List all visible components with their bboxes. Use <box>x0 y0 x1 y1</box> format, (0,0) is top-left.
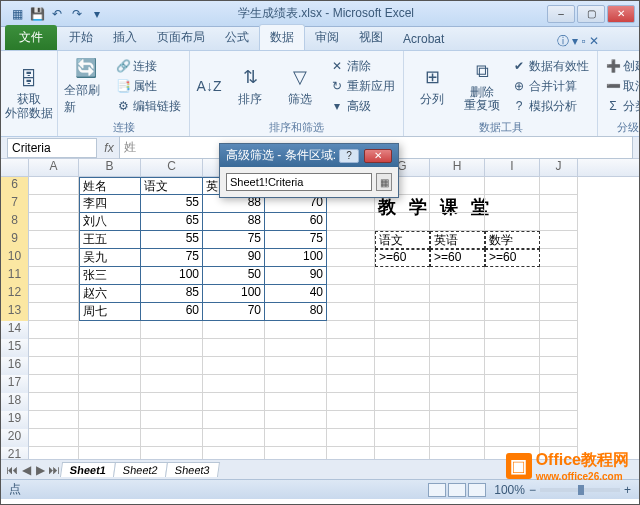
cell[interactable] <box>79 321 141 339</box>
cell[interactable] <box>203 429 265 447</box>
cell[interactable] <box>29 195 79 213</box>
remove-duplicates-button[interactable]: ⧉ 删除 重复项 <box>460 53 504 119</box>
help-icon[interactable]: ⓘ ▾ ▫ ✕ <box>557 33 599 50</box>
row-header[interactable]: 17 <box>1 375 29 393</box>
undo-icon[interactable]: ↶ <box>49 6 65 22</box>
sort-az-button[interactable]: A↓Z <box>196 53 222 119</box>
row-header[interactable]: 16 <box>1 357 29 375</box>
spreadsheet-grid[interactable]: A B C D E F G H I J 6姓名语文英数7李四558870教 学 … <box>1 159 639 459</box>
cell[interactable] <box>265 375 327 393</box>
sheet-tab[interactable]: Sheet3 <box>165 462 220 477</box>
cell[interactable] <box>485 285 540 303</box>
group-button[interactable]: ➕创建组 <box>604 57 640 76</box>
cell[interactable] <box>327 375 375 393</box>
page-layout-view-button[interactable] <box>448 483 466 497</box>
cell[interactable] <box>29 267 79 285</box>
clear-filter-button[interactable]: ✕清除 <box>328 57 397 76</box>
cell[interactable]: 赵六 <box>79 285 141 303</box>
zoom-level[interactable]: 100% <box>494 483 525 497</box>
redo-icon[interactable]: ↷ <box>69 6 85 22</box>
page-break-view-button[interactable] <box>468 483 486 497</box>
cell[interactable]: >=60 <box>375 249 430 267</box>
cell[interactable] <box>327 429 375 447</box>
cell[interactable] <box>141 375 203 393</box>
dialog-help-button[interactable]: ? <box>339 149 359 163</box>
cell[interactable]: 75 <box>203 231 265 249</box>
cell[interactable] <box>540 249 578 267</box>
tab-view[interactable]: 视图 <box>349 25 393 50</box>
cell[interactable] <box>29 285 79 303</box>
cell[interactable] <box>265 411 327 429</box>
cell[interactable] <box>29 249 79 267</box>
col-header[interactable]: A <box>29 159 79 176</box>
cell[interactable] <box>540 195 578 213</box>
cell[interactable]: 数学 <box>485 231 540 249</box>
cell[interactable] <box>540 411 578 429</box>
cell[interactable] <box>485 303 540 321</box>
cell[interactable] <box>485 393 540 411</box>
cell[interactable] <box>430 375 485 393</box>
text-to-columns-button[interactable]: ⊞ 分列 <box>410 53 454 119</box>
cell[interactable] <box>265 321 327 339</box>
cell[interactable] <box>203 321 265 339</box>
file-tab[interactable]: 文件 <box>5 25 57 50</box>
cell[interactable] <box>79 447 141 459</box>
cell[interactable] <box>29 177 79 195</box>
cell[interactable] <box>540 231 578 249</box>
col-header[interactable]: C <box>141 159 203 176</box>
col-header[interactable]: B <box>79 159 141 176</box>
row-header[interactable]: 14 <box>1 321 29 339</box>
cell[interactable]: 李四 <box>79 195 141 213</box>
cell[interactable] <box>327 231 375 249</box>
cell[interactable]: 80 <box>265 303 327 321</box>
sheet-nav-first-icon[interactable]: ⏮ <box>5 463 19 477</box>
cell[interactable] <box>540 285 578 303</box>
cell[interactable] <box>79 339 141 357</box>
cell[interactable] <box>327 393 375 411</box>
col-header[interactable]: J <box>540 159 578 176</box>
cell[interactable]: 65 <box>141 213 203 231</box>
cell[interactable]: 88 <box>203 213 265 231</box>
cell[interactable] <box>375 375 430 393</box>
cell[interactable] <box>327 249 375 267</box>
cell[interactable] <box>540 357 578 375</box>
cell[interactable] <box>203 375 265 393</box>
sort-button[interactable]: ⇅ 排序 <box>228 53 272 119</box>
close-button[interactable]: ✕ <box>607 5 635 23</box>
cell[interactable] <box>375 213 430 231</box>
cell[interactable] <box>265 393 327 411</box>
cell[interactable] <box>29 411 79 429</box>
cell[interactable] <box>430 357 485 375</box>
cell[interactable] <box>540 393 578 411</box>
cell[interactable] <box>265 339 327 357</box>
cell[interactable] <box>375 339 430 357</box>
tab-formulas[interactable]: 公式 <box>215 25 259 50</box>
row-header[interactable]: 7 <box>1 195 29 213</box>
cell[interactable] <box>485 267 540 285</box>
tab-review[interactable]: 审阅 <box>305 25 349 50</box>
cell[interactable] <box>29 375 79 393</box>
cell[interactable]: 60 <box>265 213 327 231</box>
cell[interactable]: >=60 <box>485 249 540 267</box>
sheet-nav-last-icon[interactable]: ⏭ <box>47 463 61 477</box>
cell[interactable]: 75 <box>141 249 203 267</box>
cell[interactable] <box>485 357 540 375</box>
col-header[interactable]: H <box>430 159 485 176</box>
cell[interactable] <box>327 339 375 357</box>
cell[interactable] <box>430 213 485 231</box>
cell[interactable] <box>327 213 375 231</box>
cell[interactable] <box>203 447 265 459</box>
sheet-tab[interactable]: Sheet1 <box>60 462 116 477</box>
row-header[interactable]: 13 <box>1 303 29 321</box>
cell[interactable] <box>430 429 485 447</box>
sheet-nav-prev-icon[interactable]: ◀ <box>19 463 33 477</box>
consolidate-button[interactable]: ⊕合并计算 <box>510 77 591 96</box>
cell[interactable] <box>327 357 375 375</box>
cell[interactable] <box>29 321 79 339</box>
get-external-data-button[interactable]: 🗄 获取 外部数据 <box>7 53 51 134</box>
cell[interactable] <box>430 339 485 357</box>
row-header[interactable]: 11 <box>1 267 29 285</box>
cell[interactable] <box>29 213 79 231</box>
cell[interactable] <box>430 195 485 213</box>
cell[interactable] <box>29 339 79 357</box>
